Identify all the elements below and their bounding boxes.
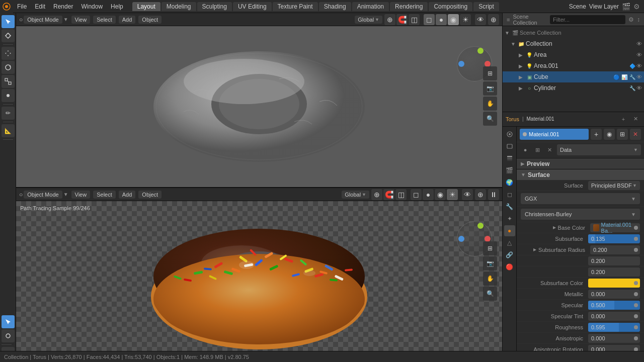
- surface-type-dropdown[interactable]: Principled BSDF ▼: [588, 181, 640, 190]
- pan-btn-2[interactable]: ✋: [483, 272, 497, 286]
- add-menu-btn-bottom[interactable]: Add: [119, 191, 136, 199]
- collection-item[interactable]: ▼ 📁 Collection 👁: [503, 38, 644, 49]
- camera-view-btn[interactable]: 📷: [483, 81, 497, 96]
- blender-logo-icon[interactable]: [0, 0, 13, 13]
- tab-animation[interactable]: Animation: [352, 2, 389, 11]
- proportional-edit-btn[interactable]: ⊕: [384, 14, 395, 25]
- cylinder-modifier-icon[interactable]: 🔧: [629, 85, 635, 91]
- gizmo-z-axis[interactable]: [458, 61, 464, 67]
- object-menu-btn-top[interactable]: Object: [138, 16, 162, 24]
- view-menu-btn-top[interactable]: View: [71, 16, 91, 24]
- viewport-gizmo-btn[interactable]: ⊕: [488, 14, 499, 25]
- perspective-toggle-btn-2[interactable]: ⊞: [483, 241, 497, 255]
- object-props-icon[interactable]: ◻: [504, 189, 515, 200]
- tab-shading[interactable]: Shading: [319, 2, 351, 11]
- scene-props-icon[interactable]: 🎬: [504, 165, 515, 176]
- view-layer-props-icon[interactable]: [504, 153, 515, 164]
- particles-props-icon[interactable]: ✦: [504, 213, 515, 224]
- tab-layout[interactable]: Layout: [132, 2, 160, 11]
- select-tool-btn[interactable]: [2, 15, 15, 28]
- prop-remove-material-btn[interactable]: ✕: [630, 114, 641, 125]
- material-sphere-icon[interactable]: ●: [520, 144, 531, 155]
- move-tool-btn[interactable]: [2, 47, 15, 60]
- measure-tool-btn[interactable]: 📐: [2, 124, 15, 137]
- viewport-bottom-content[interactable]: ⊞ 📷 ✋ 🔍: [16, 201, 502, 362]
- cube-material-icon[interactable]: 🔵: [613, 74, 619, 80]
- outliner-filter-icon[interactable]: ⚙: [628, 16, 634, 23]
- cursor-tool-btn[interactable]: [2, 29, 15, 42]
- subsurface-radius-dot[interactable]: [634, 248, 638, 252]
- transform-dropdown[interactable]: Global ▼: [355, 16, 382, 24]
- viewport-top-render[interactable]: ⊞ 📷 ✋ 🔍: [16, 26, 502, 187]
- menu-window[interactable]: Window: [77, 2, 107, 11]
- prop-browse-material-btn[interactable]: +: [618, 114, 629, 125]
- anisotropic-dot[interactable]: [634, 336, 638, 340]
- zoom-btn-2[interactable]: 🔍: [483, 287, 497, 301]
- transform-tool-btn[interactable]: [2, 89, 15, 102]
- world-props-icon[interactable]: 🌍: [504, 177, 515, 188]
- view-menu-btn-bottom[interactable]: View: [71, 191, 91, 199]
- tab-modeling[interactable]: Modeling: [162, 2, 196, 11]
- shader-icon[interactable]: 🔴: [504, 261, 515, 273]
- viewport-options-btn[interactable]: ◫: [409, 14, 420, 25]
- cube-modifier-icon[interactable]: 🔧: [629, 74, 635, 80]
- viewport-top[interactable]: ○ Object Mode ▼ View Select Add Object G…: [16, 13, 502, 188]
- base-color-field[interactable]: Material.001 Ba...: [590, 223, 640, 232]
- rotate-tool-btn[interactable]: [2, 61, 15, 74]
- wireframe-btn[interactable]: ◻: [424, 14, 435, 25]
- settings-icon[interactable]: ⚙: [633, 3, 640, 11]
- pause-render-btn[interactable]: ⏸: [488, 189, 499, 200]
- camera-view-btn-2[interactable]: 📷: [483, 256, 497, 270]
- pan-btn[interactable]: ✋: [483, 97, 497, 111]
- specular-field[interactable]: 0.500: [588, 301, 640, 310]
- area001-restrict-icon[interactable]: 🔷: [629, 63, 635, 69]
- material-nodes-icon[interactable]: ⊞: [532, 144, 543, 155]
- copy-material-btn[interactable]: ⊞: [617, 129, 628, 140]
- specular-tint-field[interactable]: 0.000: [588, 312, 640, 321]
- modifier-props-icon[interactable]: 🔧: [504, 201, 515, 212]
- menu-file[interactable]: File: [13, 2, 31, 11]
- christensen-dropdown[interactable]: Christensen-Burley ▼: [521, 209, 640, 220]
- area-item[interactable]: ▶ 💡 Area 👁: [503, 49, 644, 60]
- scene-collection-item[interactable]: ▼ 🎬 Scene Collection: [503, 27, 644, 38]
- subsurface-radius-g-field[interactable]: 0.200: [588, 256, 640, 265]
- cube-data-icon[interactable]: 📊: [621, 74, 627, 80]
- preview-section-header[interactable]: ▶ Preview: [517, 158, 644, 169]
- rendered-btn-2[interactable]: ☀: [447, 189, 458, 200]
- output-props-icon[interactable]: [504, 141, 515, 152]
- tab-uv-editing[interactable]: UV Editing: [233, 2, 272, 11]
- tab-rendering[interactable]: Rendering: [390, 2, 428, 11]
- annotate-tool-btn[interactable]: ✏: [2, 107, 15, 120]
- object-mode-btn[interactable]: Object Mode: [24, 16, 62, 24]
- material-x-icon[interactable]: ✕: [544, 144, 555, 155]
- gizmo-y-axis[interactable]: [477, 48, 484, 54]
- area001-item[interactable]: ▶ 💡 Area.001 🔷 👁: [503, 60, 644, 71]
- specular-tint-dot[interactable]: [634, 314, 638, 318]
- metallic-dot[interactable]: [634, 292, 638, 296]
- transform-dropdown-2[interactable]: Global ▼: [342, 191, 369, 199]
- tab-texture-paint[interactable]: Texture Paint: [273, 2, 318, 11]
- rendered-btn[interactable]: ☀: [460, 14, 471, 25]
- scale-tool-btn[interactable]: [2, 75, 15, 88]
- object-constraint-icon[interactable]: 🔗: [504, 249, 515, 260]
- material-name-field[interactable]: Material.001: [520, 129, 589, 140]
- subsurface-radius-b-field[interactable]: 0.200: [588, 267, 640, 277]
- select-menu-btn-top[interactable]: Select: [93, 16, 116, 24]
- cube-item[interactable]: ▶ ▣ Cube 🔵 📊 🔧 👁: [503, 71, 644, 82]
- cursor-tool-btn-2[interactable]: [2, 329, 15, 342]
- select-menu-btn-bottom[interactable]: Select: [93, 191, 116, 199]
- material-preview-btn-2[interactable]: ◉: [435, 189, 446, 200]
- viewport-overlay-btn[interactable]: 👁: [475, 14, 486, 25]
- subsurface-radius-r-field[interactable]: 0.200: [590, 245, 640, 254]
- subsurface-color-dot[interactable]: [634, 281, 638, 285]
- object-mode-btn-2[interactable]: Object Mode: [24, 191, 62, 199]
- add-material-btn[interactable]: +: [591, 129, 602, 140]
- subsurface-field[interactable]: 0.135: [588, 234, 640, 243]
- viewport-bottom-mode-dropdown[interactable]: ○ Object Mode ▼: [19, 191, 68, 199]
- tab-compositing[interactable]: Compositing: [429, 2, 472, 11]
- render-props-icon[interactable]: [504, 129, 515, 140]
- data-dropdown[interactable]: Data ▼: [557, 144, 641, 155]
- material-preview-btn[interactable]: ◉: [448, 14, 459, 25]
- cube-visibility-icon[interactable]: 👁: [636, 74, 642, 80]
- area-visibility-icon[interactable]: 👁: [636, 52, 642, 58]
